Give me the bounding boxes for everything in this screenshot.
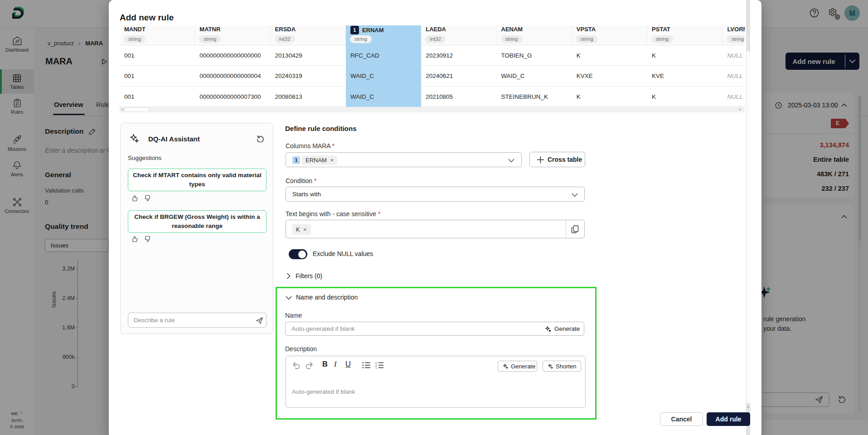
svg-text:3: 3: [375, 367, 377, 369]
